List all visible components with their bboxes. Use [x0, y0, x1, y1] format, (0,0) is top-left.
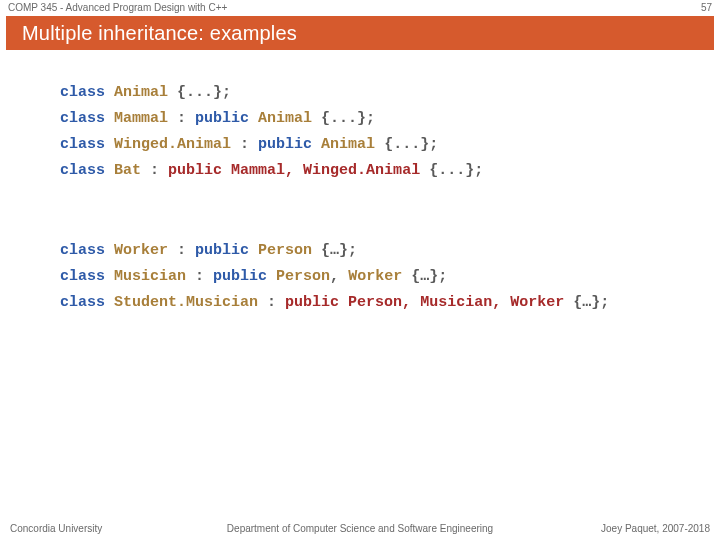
slide: COMP 345 - Advanced Program Design with … — [0, 0, 720, 540]
course-label: COMP 345 - Advanced Program Design with … — [8, 0, 227, 16]
type-name: Animal — [321, 136, 375, 153]
punct: {...}; — [312, 110, 375, 127]
emphasis: public — [168, 162, 231, 179]
code-line: class Animal {...}; — [60, 84, 690, 102]
keyword-class: class — [60, 242, 105, 259]
type-name: Worker — [114, 242, 168, 259]
keyword-class: class — [60, 110, 105, 127]
emphasis: Worker — [510, 294, 564, 311]
emphasis: , — [402, 294, 420, 311]
code-line: class Student.Musician : public Person, … — [60, 294, 690, 312]
type-name: Animal — [258, 110, 312, 127]
punct: : — [168, 110, 195, 127]
spacer — [60, 188, 690, 242]
type-name: Worker — [348, 268, 402, 285]
code-line: class Bat : public Mammal, Winged.Animal… — [60, 162, 690, 180]
punct: {…}; — [564, 294, 609, 311]
code-line: class Mammal : public Animal {...}; — [60, 110, 690, 128]
type-name: Student.Musician — [114, 294, 258, 311]
top-bar: COMP 345 - Advanced Program Design with … — [0, 0, 720, 16]
emphasis: , — [492, 294, 510, 311]
code-line: class Worker : public Person {…}; — [60, 242, 690, 260]
keyword-public: public — [213, 268, 267, 285]
punct: : — [231, 136, 258, 153]
type-name: Person — [258, 242, 312, 259]
punct: : — [186, 268, 213, 285]
footer-left: Concordia University — [10, 523, 102, 534]
punct: , — [330, 268, 348, 285]
punct: : — [258, 294, 285, 311]
keyword-public: public — [195, 110, 249, 127]
type-name: Bat — [114, 162, 141, 179]
emphasis: , — [285, 162, 303, 179]
type-name: Mammal — [114, 110, 168, 127]
keyword-class: class — [60, 136, 105, 153]
punct: : — [168, 242, 195, 259]
keyword-class: class — [60, 162, 105, 179]
punct: {…}; — [402, 268, 447, 285]
keyword-public: public — [258, 136, 312, 153]
punct: {…}; — [312, 242, 357, 259]
keyword-class: class — [60, 268, 105, 285]
emphasis: Person — [348, 294, 402, 311]
footer-right: Joey Paquet, 2007-2018 — [601, 523, 710, 534]
type-name: Musician — [114, 268, 186, 285]
title-band: Multiple inheritance: examples — [6, 16, 714, 50]
keyword-public: public — [195, 242, 249, 259]
punct: {...}; — [420, 162, 483, 179]
keyword-class: class — [60, 294, 105, 311]
type-name: Person — [276, 268, 330, 285]
emphasis: Winged.Animal — [303, 162, 420, 179]
type-name: Animal — [114, 84, 168, 101]
code-line: class Winged.Animal : public Animal {...… — [60, 136, 690, 154]
footer: Concordia University Department of Compu… — [0, 523, 720, 534]
slide-title: Multiple inheritance: examples — [22, 22, 297, 45]
slide-body: class Animal {...}; class Mammal : publi… — [0, 50, 720, 312]
emphasis: Mammal — [231, 162, 285, 179]
punct: : — [141, 162, 168, 179]
page-number: 57 — [701, 0, 712, 16]
emphasis: public — [285, 294, 348, 311]
keyword-class: class — [60, 84, 105, 101]
punct: {...}; — [168, 84, 231, 101]
punct: {...}; — [375, 136, 438, 153]
type-name: Winged.Animal — [114, 136, 231, 153]
code-line: class Musician : public Person, Worker {… — [60, 268, 690, 286]
emphasis: Musician — [420, 294, 492, 311]
